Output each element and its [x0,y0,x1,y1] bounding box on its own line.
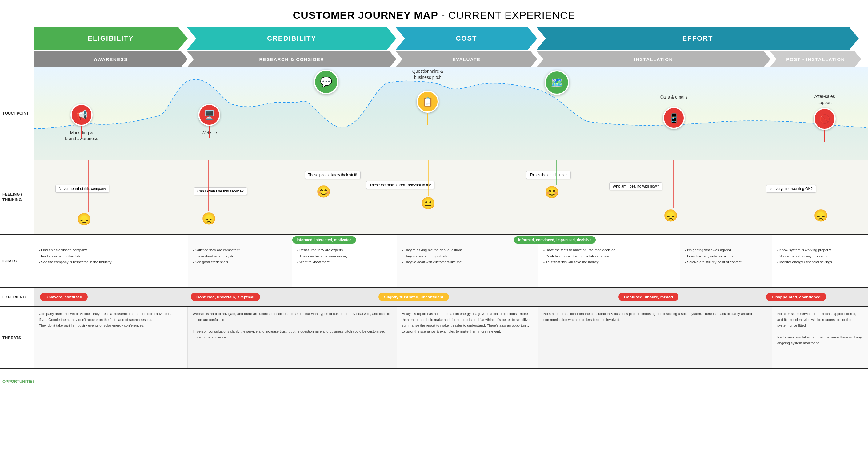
substage-awareness: AWARENESS [34,51,188,67]
emotion-happy-analytics: 😊 [545,185,559,199]
goal-badge-informed: Informed, interested, motivated [292,236,356,243]
bubble-who-dealing: Who am I dealing with now? [609,182,662,190]
stage-eligibility: ELIGIBILITY [34,27,188,50]
touchpoint-row: TOUCHPOINT 📢 Marketing &brand awareness … [0,67,868,160]
tp-analytics: Analytics report 🗺️ [545,70,569,95]
touchpoint-label: TOUCHPOINT [0,67,34,159]
exp-badge-frustrated: Slightly frustrated, unconfident [378,293,449,301]
emotion-sad-website: 😞 [202,212,216,225]
emotion-sad-aftersales: 😞 [813,209,828,222]
bubble-never-heard: Never heard of this company [55,185,109,193]
threats-content: Company aren't known or visible - they a… [34,307,868,368]
goals-content: Informed, interested, motivated Informed… [34,235,868,287]
threats-label: THREATS [0,307,34,368]
bubble-know-stuff: These people know their stuff! [305,171,361,179]
page-wrapper: CUSTOMER JOURNEY MAP - CURRENT EXPERIENC… [0,0,868,400]
emotion-sad-awareness: 😞 [77,212,91,226]
tp-aftersales: After-salessupport 🚫 [813,108,836,130]
exp-badge-unaware: Unaware, confused [40,293,88,301]
threats-row: THREATS Company aren't known or visible … [0,307,868,369]
title-bold: CUSTOMER JOURNEY MAP [293,9,438,21]
threat-col-1: Website is hard to navigate, and there a… [188,307,397,368]
bubble-even-use: Can I even use this service? [194,187,247,195]
stage-cost: COST [396,27,537,50]
substage-research: RESEARCH & CONSIDER [187,51,396,67]
stage-credibility: CREDIBILITY [187,27,396,50]
threat-col-2: Analytics report has a lot of detail on … [397,307,538,368]
title-regular: - CURRENT EXPERIENCE [438,9,575,21]
bubble-not-relevant: These examples aren't relevant to me [366,181,434,189]
substage-post: POST - INSTALLATION [770,51,861,67]
page-title: CUSTOMER JOURNEY MAP - CURRENT EXPERIENC… [0,0,868,27]
feeling-content: Never heard of this company 😞 Can I even… [34,160,868,234]
goals-row: GOALS Informed, interested, motivated In… [0,235,868,288]
opportunities-label: OPPORTUNITIES [0,369,34,394]
experience-row: EXPERIENCE Unaware, confused Confused, u… [0,288,868,307]
goals-label: GOALS [0,235,34,287]
tp-website: 🖥️ Website [198,104,220,126]
experience-content: Unaware, confused Confused, uncertain, s… [34,288,868,306]
stage-row: ELIGIBILITY CREDIBILITY COST EFFORT [34,27,868,50]
exp-badge-confused: Confused, uncertain, skeptical [191,293,260,301]
bubble-this-detail: This is the detail I need [526,171,571,179]
feeling-label: FEELING /THINKING [0,160,34,234]
tp-calls: Calls & emails 📱 [663,107,685,129]
feeling-row: FEELING /THINKING Never heard of this co… [0,160,868,235]
substage-row: AWARENESS RESEARCH & CONSIDER EVALUATE I… [34,51,868,67]
opportunities-row: OPPORTUNITIES [0,369,868,394]
stage-effort: EFFORT [537,27,859,50]
tp-questionnaire: Questionnaire &business pitch 📋 [416,90,439,113]
experience-label: EXPERIENCE [0,288,34,306]
tp-consultation: Consultation 💬 [314,69,338,94]
tp-marketing: 📢 Marketing &brand awareness [70,104,93,126]
emotion-neutral-questionnaire: 😐 [421,197,435,210]
goal-badge-convinced: Informed, convinced, impressed, decisive [514,236,596,243]
threat-col-0: Company aren't known or visible - they a… [34,307,188,368]
threat-col-3: No smooth transition from the consultati… [538,307,772,368]
bubble-working-ok: Is everything working OK? [766,185,816,193]
substage-installation: INSTALLATION [537,51,771,67]
exp-badge-misled: Confused, unsure, misled [618,293,678,301]
touchpoint-content: 📢 Marketing &brand awareness 🖥️ Website … [34,67,868,159]
exp-badge-disappointed: Disappointed, abandoned [766,293,826,301]
threat-col-4: No after-sales service or technical supp… [772,307,868,368]
opportunities-content [34,369,868,394]
emotion-happy-consultation: 😊 [316,185,331,198]
substage-evaluate: EVALUATE [396,51,537,67]
emotion-sad-calls: 😞 [663,209,678,222]
